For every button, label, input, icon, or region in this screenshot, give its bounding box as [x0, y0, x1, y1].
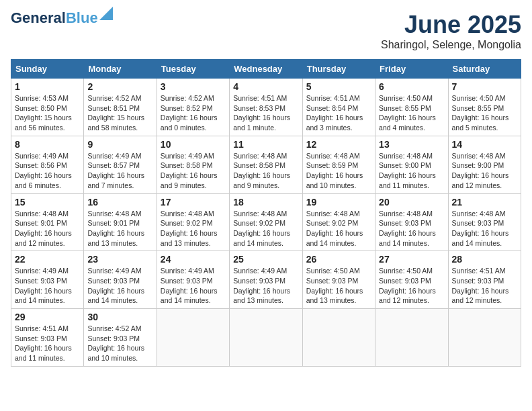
logo-text: GeneralBlue: [11, 11, 98, 26]
col-wednesday: Wednesday: [230, 60, 302, 79]
day-info: Sunrise: 4:51 AMSunset: 9:03 PMDaylight:…: [15, 324, 80, 363]
calendar-day-cell: 11Sunrise: 4:48 AMSunset: 8:58 PMDayligh…: [230, 136, 302, 193]
day-info: Sunrise: 4:52 AMSunset: 9:03 PMDaylight:…: [87, 324, 152, 363]
day-number: 22: [15, 254, 80, 265]
day-info: Sunrise: 4:48 AMSunset: 9:00 PMDaylight:…: [452, 151, 517, 191]
day-info: Sunrise: 4:48 AMSunset: 9:01 PMDaylight:…: [15, 209, 80, 248]
day-number: 15: [15, 197, 80, 208]
calendar-day-cell: 26Sunrise: 4:50 AMSunset: 9:03 PMDayligh…: [302, 251, 375, 309]
day-info: Sunrise: 4:48 AMSunset: 9:02 PMDaylight:…: [161, 209, 226, 248]
day-number: 19: [306, 197, 371, 208]
day-info: Sunrise: 4:49 AMSunset: 9:03 PMDaylight:…: [233, 266, 298, 306]
page-header: GeneralBlue June 2025 Sharingol, Selenge…: [11, 11, 521, 51]
calendar-day-cell: 4Sunrise: 4:51 AMSunset: 8:53 PMDaylight…: [230, 79, 302, 136]
day-info: Sunrise: 4:51 AMSunset: 9:03 PMDaylight:…: [452, 266, 517, 306]
day-number: 21: [452, 197, 517, 208]
col-thursday: Thursday: [302, 60, 375, 79]
logo: GeneralBlue: [11, 11, 113, 26]
calendar-day-cell: 24Sunrise: 4:49 AMSunset: 9:03 PMDayligh…: [157, 251, 229, 309]
day-info: Sunrise: 4:49 AMSunset: 9:03 PMDaylight:…: [15, 266, 80, 306]
day-number: 11: [233, 139, 298, 150]
calendar-body: 1Sunrise: 4:53 AMSunset: 8:50 PMDaylight…: [11, 79, 521, 367]
day-info: Sunrise: 4:50 AMSunset: 8:55 PMDaylight:…: [379, 93, 444, 133]
calendar-day-cell: 14Sunrise: 4:48 AMSunset: 9:00 PMDayligh…: [448, 136, 521, 193]
day-info: Sunrise: 4:52 AMSunset: 8:52 PMDaylight:…: [161, 93, 226, 133]
calendar-week-row: 22Sunrise: 4:49 AMSunset: 9:03 PMDayligh…: [11, 251, 521, 309]
calendar-day-cell: 9Sunrise: 4:49 AMSunset: 8:57 PMDaylight…: [84, 136, 157, 193]
day-info: Sunrise: 4:48 AMSunset: 8:59 PMDaylight:…: [306, 151, 371, 191]
day-number: 2: [87, 81, 152, 92]
calendar-day-cell: 27Sunrise: 4:50 AMSunset: 9:03 PMDayligh…: [375, 251, 448, 309]
day-info: Sunrise: 4:49 AMSunset: 9:03 PMDaylight:…: [87, 266, 152, 306]
calendar-header-row: Sunday Monday Tuesday Wednesday Thursday…: [11, 60, 521, 79]
location-subtitle: Sharingol, Selenge, Mongolia: [381, 39, 521, 51]
day-number: 25: [233, 254, 298, 265]
day-info: Sunrise: 4:48 AMSunset: 9:02 PMDaylight:…: [233, 209, 298, 248]
day-number: 18: [233, 197, 298, 208]
calendar-day-cell: 8Sunrise: 4:49 AMSunset: 8:56 PMDaylight…: [11, 136, 84, 193]
calendar-day-cell: 10Sunrise: 4:49 AMSunset: 8:58 PMDayligh…: [157, 136, 229, 193]
calendar-day-cell: 5Sunrise: 4:51 AMSunset: 8:54 PMDaylight…: [302, 79, 375, 136]
calendar-day-cell: [375, 309, 448, 367]
calendar-day-cell: 28Sunrise: 4:51 AMSunset: 9:03 PMDayligh…: [448, 251, 521, 309]
day-info: Sunrise: 4:49 AMSunset: 8:58 PMDaylight:…: [161, 151, 226, 191]
day-number: 9: [87, 139, 152, 150]
day-number: 12: [306, 139, 371, 150]
day-number: 16: [87, 197, 152, 208]
calendar-day-cell: 13Sunrise: 4:48 AMSunset: 9:00 PMDayligh…: [375, 136, 448, 193]
day-number: 23: [87, 254, 152, 265]
day-number: 27: [379, 254, 444, 265]
day-number: 20: [379, 197, 444, 208]
day-info: Sunrise: 4:51 AMSunset: 8:54 PMDaylight:…: [306, 93, 371, 133]
calendar-day-cell: 16Sunrise: 4:48 AMSunset: 9:01 PMDayligh…: [84, 193, 157, 251]
calendar-day-cell: 21Sunrise: 4:48 AMSunset: 9:03 PMDayligh…: [448, 193, 521, 251]
col-saturday: Saturday: [448, 60, 521, 79]
day-number: 28: [452, 254, 517, 265]
day-number: 14: [452, 139, 517, 150]
calendar-day-cell: 29Sunrise: 4:51 AMSunset: 9:03 PMDayligh…: [11, 309, 84, 367]
day-number: 8: [15, 139, 80, 150]
calendar-day-cell: 12Sunrise: 4:48 AMSunset: 8:59 PMDayligh…: [302, 136, 375, 193]
col-friday: Friday: [375, 60, 448, 79]
day-number: 26: [306, 254, 371, 265]
day-info: Sunrise: 4:48 AMSunset: 8:58 PMDaylight:…: [233, 151, 298, 191]
month-title: June 2025: [381, 11, 521, 39]
title-area: June 2025 Sharingol, Selenge, Mongolia: [381, 11, 521, 51]
calendar-day-cell: 18Sunrise: 4:48 AMSunset: 9:02 PMDayligh…: [230, 193, 302, 251]
day-number: 7: [452, 81, 517, 92]
col-sunday: Sunday: [11, 60, 84, 79]
calendar-day-cell: [230, 309, 302, 367]
day-number: 4: [233, 81, 298, 92]
day-number: 29: [15, 312, 80, 322]
calendar-day-cell: 2Sunrise: 4:52 AMSunset: 8:51 PMDaylight…: [84, 79, 157, 136]
day-number: 10: [161, 139, 226, 150]
calendar-week-row: 8Sunrise: 4:49 AMSunset: 8:56 PMDaylight…: [11, 136, 521, 193]
calendar-week-row: 29Sunrise: 4:51 AMSunset: 9:03 PMDayligh…: [11, 309, 521, 367]
day-info: Sunrise: 4:48 AMSunset: 9:01 PMDaylight:…: [87, 209, 152, 248]
col-monday: Monday: [84, 60, 157, 79]
day-number: 5: [306, 81, 371, 92]
day-number: 17: [161, 197, 226, 208]
day-info: Sunrise: 4:49 AMSunset: 8:57 PMDaylight:…: [87, 151, 152, 191]
day-info: Sunrise: 4:50 AMSunset: 9:03 PMDaylight:…: [379, 266, 444, 306]
svg-marker-0: [99, 7, 113, 20]
calendar-day-cell: 30Sunrise: 4:52 AMSunset: 9:03 PMDayligh…: [84, 309, 157, 367]
day-number: 6: [379, 81, 444, 92]
day-number: 30: [87, 312, 152, 322]
day-number: 13: [379, 139, 444, 150]
calendar-day-cell: [448, 309, 521, 367]
day-info: Sunrise: 4:48 AMSunset: 9:02 PMDaylight:…: [306, 209, 371, 248]
day-info: Sunrise: 4:53 AMSunset: 8:50 PMDaylight:…: [15, 93, 80, 133]
calendar-day-cell: 17Sunrise: 4:48 AMSunset: 9:02 PMDayligh…: [157, 193, 229, 251]
calendar-day-cell: 22Sunrise: 4:49 AMSunset: 9:03 PMDayligh…: [11, 251, 84, 309]
calendar-day-cell: 19Sunrise: 4:48 AMSunset: 9:02 PMDayligh…: [302, 193, 375, 251]
day-info: Sunrise: 4:52 AMSunset: 8:51 PMDaylight:…: [87, 93, 152, 133]
day-info: Sunrise: 4:50 AMSunset: 9:03 PMDaylight:…: [306, 266, 371, 306]
day-info: Sunrise: 4:48 AMSunset: 9:03 PMDaylight:…: [379, 209, 444, 248]
day-info: Sunrise: 4:51 AMSunset: 8:53 PMDaylight:…: [233, 93, 298, 133]
day-info: Sunrise: 4:48 AMSunset: 9:00 PMDaylight:…: [379, 151, 444, 191]
col-tuesday: Tuesday: [157, 60, 229, 79]
calendar-day-cell: [302, 309, 375, 367]
calendar-week-row: 1Sunrise: 4:53 AMSunset: 8:50 PMDaylight…: [11, 79, 521, 136]
calendar-table: Sunday Monday Tuesday Wednesday Thursday…: [11, 59, 521, 367]
